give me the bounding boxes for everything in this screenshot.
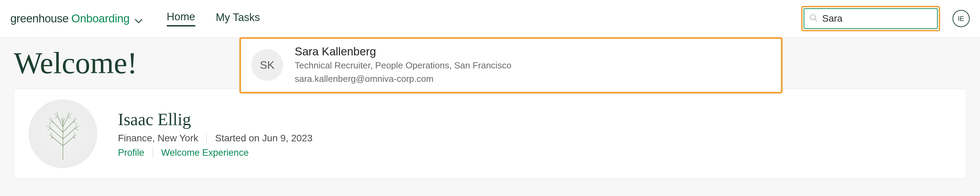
svg-line-3 (52, 137, 63, 146)
svg-line-21 (75, 129, 78, 130)
svg-line-15 (73, 137, 76, 139)
meta-divider (153, 147, 153, 158)
svg-line-8 (63, 122, 73, 132)
svg-line-36 (63, 118, 65, 123)
meta-divider (206, 133, 207, 144)
svg-line-9 (58, 116, 63, 127)
result-email: sara.kallenberg@omniva-corp.com (295, 73, 511, 85)
profile-meta: Finance, New York Started on Jun 9, 2023 (118, 133, 313, 144)
svg-line-10 (63, 116, 68, 127)
profile-link-profile[interactable]: Profile (118, 148, 145, 158)
profile-location: Finance, New York (118, 133, 198, 144)
brand-switcher[interactable]: greenhouse Onboarding (10, 12, 143, 25)
app-header: greenhouse Onboarding Home My Tasks IE (0, 0, 980, 37)
svg-point-0 (810, 14, 815, 20)
svg-line-27 (73, 122, 76, 123)
svg-line-4 (63, 137, 73, 146)
main-nav: Home My Tasks (167, 11, 260, 27)
profile-name: Isaac Ellig (118, 109, 313, 129)
svg-line-24 (49, 122, 52, 123)
search-result-item[interactable]: SK Sara Kallenberg Technical Recruiter, … (239, 37, 783, 94)
search-highlight (801, 6, 940, 31)
search-box[interactable] (803, 8, 938, 29)
search-input[interactable] (822, 13, 945, 24)
profile-started: Started on Jun 9, 2023 (215, 133, 312, 144)
chevron-down-icon (134, 19, 143, 25)
result-avatar: SK (251, 49, 283, 81)
profile-avatar-image (29, 99, 97, 168)
result-name: Sara Kallenberg (295, 45, 511, 58)
profile-card: Isaac Ellig Finance, New York Started on… (14, 89, 966, 179)
nav-home[interactable]: Home (167, 11, 195, 27)
svg-line-33 (68, 116, 71, 118)
brand-onboarding: Onboarding (71, 12, 129, 25)
svg-line-12 (50, 137, 52, 139)
profile-info: Isaac Ellig Finance, New York Started on… (118, 109, 313, 158)
svg-line-1 (815, 19, 817, 21)
profile-links: Profile Welcome Experience (118, 147, 313, 158)
result-role: Technical Recruiter, People Operations, … (295, 59, 511, 72)
svg-line-7 (52, 122, 63, 132)
profile-link-welcome[interactable]: Welcome Experience (161, 148, 249, 158)
svg-line-35 (61, 118, 63, 123)
nav-my-tasks[interactable]: My Tasks (216, 11, 260, 26)
brand-greenhouse: greenhouse (10, 12, 68, 25)
result-info: Sara Kallenberg Technical Recruiter, Peo… (295, 45, 511, 85)
svg-line-30 (55, 116, 58, 118)
current-user-avatar[interactable]: IE (953, 10, 970, 27)
svg-line-18 (48, 129, 51, 130)
search-icon (809, 13, 818, 24)
